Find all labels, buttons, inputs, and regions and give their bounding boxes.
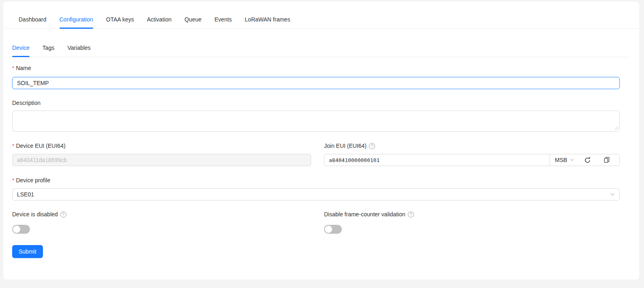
- required-mark: *: [12, 65, 14, 72]
- device-eui-field: * Device EUI (EUI64): [12, 143, 311, 166]
- description-field: Description: [12, 100, 620, 132]
- device-profile-value: LSE01: [17, 191, 610, 198]
- tab-lorawan-frames[interactable]: LoRaWAN frames: [245, 16, 290, 28]
- device-eui-input: [12, 154, 311, 166]
- description-label: Description: [12, 100, 41, 107]
- join-eui-input[interactable]: [324, 154, 550, 166]
- join-eui-addon: MSB: [550, 154, 619, 166]
- tab-queue[interactable]: Queue: [184, 16, 201, 28]
- subtab-tags[interactable]: Tags: [43, 45, 55, 57]
- subtab-device[interactable]: Device: [12, 45, 30, 57]
- tab-configuration[interactable]: Configuration: [60, 16, 93, 28]
- copy-button[interactable]: [597, 157, 616, 163]
- name-input[interactable]: [12, 77, 620, 89]
- main-tabs: Dashboard Configuration OTAA keys Activa…: [3, 2, 639, 29]
- join-eui-field: Join EUI (EUI64) ? MSB: [324, 143, 620, 166]
- byte-order-value: MSB: [555, 157, 567, 163]
- chevron-down-icon: [570, 158, 574, 162]
- frame-counter-help-icon[interactable]: ?: [408, 211, 414, 218]
- eui-row: * Device EUI (EUI64) Join EUI (EUI64) ? …: [12, 143, 620, 166]
- tab-dashboard[interactable]: Dashboard: [19, 16, 47, 28]
- device-profile-select[interactable]: LSE01: [12, 188, 620, 201]
- tab-activation[interactable]: Activation: [147, 16, 172, 28]
- device-disabled-label: Device is disabled: [12, 211, 58, 218]
- join-eui-input-group: MSB: [324, 154, 620, 166]
- required-mark: *: [12, 143, 14, 149]
- byte-order-dropdown[interactable]: MSB: [550, 157, 578, 163]
- frame-counter-field: Disable frame-counter validation ?: [324, 211, 620, 234]
- regenerate-button[interactable]: [578, 157, 597, 164]
- frame-counter-toggle[interactable]: [324, 225, 342, 234]
- description-textarea[interactable]: [12, 111, 620, 132]
- device-profile-label: Device profile: [16, 177, 50, 184]
- device-disabled-help-icon[interactable]: ?: [60, 211, 66, 218]
- resize-handle-icon[interactable]: [614, 126, 618, 130]
- frame-counter-label: Disable frame-counter validation: [324, 211, 405, 218]
- tab-events[interactable]: Events: [215, 16, 232, 28]
- join-eui-label: Join EUI (EUI64): [324, 143, 367, 149]
- name-label: Name: [16, 65, 31, 72]
- device-eui-label: Device EUI (EUI64): [16, 143, 65, 149]
- sub-tabs: Device Tags Variables: [12, 29, 629, 57]
- name-field: * Name: [12, 65, 620, 89]
- copy-icon: [603, 157, 610, 163]
- reload-icon: [584, 157, 591, 164]
- content-card: Dashboard Configuration OTAA keys Activa…: [3, 2, 639, 279]
- device-config-form: * Name Description *: [3, 65, 639, 258]
- device-profile-field: * Device profile LSE01: [12, 177, 620, 201]
- device-disabled-field: Device is disabled ?: [12, 211, 311, 234]
- chevron-down-icon: [610, 193, 615, 196]
- device-disabled-toggle[interactable]: [12, 225, 30, 234]
- toggles-row: Device is disabled ? Disable frame-count…: [12, 211, 620, 234]
- subtab-variables[interactable]: Variables: [67, 45, 90, 57]
- required-mark: *: [12, 177, 14, 184]
- join-eui-help-icon[interactable]: ?: [369, 143, 375, 149]
- tab-otaa-keys[interactable]: OTAA keys: [106, 16, 134, 28]
- submit-button[interactable]: Submit: [12, 245, 43, 258]
